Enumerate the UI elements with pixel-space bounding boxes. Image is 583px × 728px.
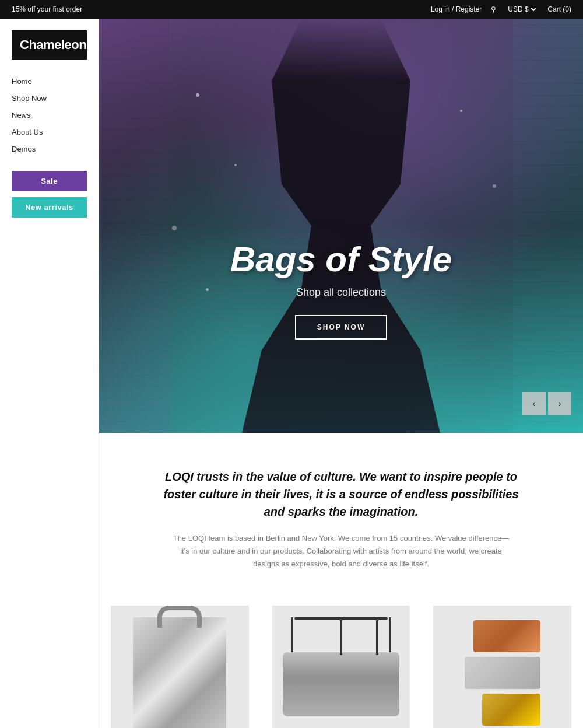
about-tagline: LOQI trusts in the value of culture. We …: [160, 468, 522, 520]
sidebar-link-about-us[interactable]: About Us: [12, 124, 87, 140]
pouch-silver: [465, 657, 540, 689]
bag-silver-illustration: [133, 617, 226, 728]
hero-subtitle: Shop all collections: [99, 286, 583, 299]
main-layout: Chameleon Home Shop Now News About Us De…: [0, 19, 583, 728]
sidebar-link-home[interactable]: Home: [12, 74, 87, 89]
sidebar-link-shop-now[interactable]: Shop Now: [12, 90, 87, 106]
product-card-bags[interactable]: Bags: [99, 606, 261, 728]
pouch-copper: [473, 620, 540, 652]
particle: [196, 93, 199, 97]
product-image-zippockets: [433, 606, 571, 728]
sidebar-item-shop-now[interactable]: Shop Now: [12, 90, 87, 106]
promo-text: 15% off your first order: [12, 5, 82, 13]
sidebar-item-home[interactable]: Home: [12, 74, 87, 89]
particle: [234, 164, 237, 166]
sidebar-item-about-us[interactable]: About Us: [12, 124, 87, 140]
sidebar: Chameleon Home Shop Now News About Us De…: [0, 19, 99, 728]
hero-title: Bags of Style: [99, 239, 583, 279]
search-icon[interactable]: ⚲: [491, 5, 496, 13]
top-bar-right: Log in / Register ⚲ USD $ Cart (0): [431, 5, 571, 14]
top-bar: 15% off your first order Log in / Regist…: [0, 0, 583, 19]
sale-button[interactable]: Sale: [12, 171, 87, 191]
product-grid: Bags Weekenders: [99, 594, 583, 728]
about-section: LOQI trusts in the value of culture. We …: [99, 433, 583, 594]
hero-section: Bags of Style Shop all collections SHOP …: [99, 19, 583, 433]
pouch-gold: [482, 694, 540, 726]
sidebar-item-news[interactable]: News: [12, 107, 87, 123]
main-content: Bags of Style Shop all collections SHOP …: [99, 19, 583, 728]
new-arrivals-button[interactable]: New arrivals: [12, 197, 87, 218]
bag-pouches-illustration: [465, 620, 540, 726]
cart-link[interactable]: Cart (0): [547, 5, 571, 13]
particle: [172, 226, 177, 230]
hero-arrows: ‹ ›: [522, 392, 571, 415]
product-image-bags: [111, 606, 249, 728]
about-description: The LOQI team is based in Berlin and New…: [172, 532, 510, 570]
currency-select[interactable]: USD $: [505, 5, 538, 14]
sidebar-item-demos[interactable]: Demos: [12, 141, 87, 157]
hero-content: Bags of Style Shop all collections SHOP …: [99, 239, 583, 340]
hero-next-button[interactable]: ›: [548, 392, 571, 415]
hero-cta-button[interactable]: SHOP NOW: [295, 315, 387, 340]
particle: [460, 110, 462, 112]
sidebar-link-demos[interactable]: Demos: [12, 141, 87, 157]
login-link[interactable]: Log in / Register: [431, 5, 482, 13]
product-card-zippockets[interactable]: Zip Pockets: [422, 606, 583, 728]
hero-prev-button[interactable]: ‹: [522, 392, 546, 415]
sidebar-link-news[interactable]: News: [12, 107, 87, 123]
bag-duffel-illustration: [283, 652, 399, 716]
brand-logo[interactable]: Chameleon: [12, 30, 87, 60]
product-card-weekenders[interactable]: Weekenders: [261, 606, 422, 728]
product-image-weekenders: [272, 606, 410, 728]
particle: [493, 184, 496, 188]
sidebar-nav: Home Shop Now News About Us Demos: [12, 74, 87, 157]
